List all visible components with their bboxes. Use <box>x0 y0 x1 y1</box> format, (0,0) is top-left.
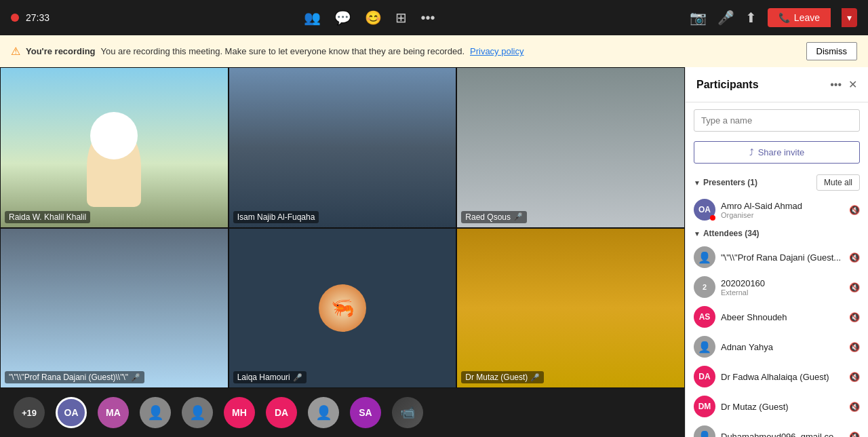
sidebar-close-button[interactable]: ✕ <box>848 78 857 91</box>
attendees-chevron: ▼ <box>694 230 701 238</box>
sidebar-more-button[interactable]: ••• <box>830 79 842 91</box>
participant-item-mutaz[interactable]: DM Dr Mutaz (Guest) 🔇 <box>686 392 868 421</box>
presenters-section-header: ▼ Presenters (1) Mute all <box>686 170 868 195</box>
adnan-mic-icon: 🔇 <box>849 342 860 352</box>
attendees-label: Attendees (34) <box>703 229 760 238</box>
role-2020: External <box>721 288 844 297</box>
raida-name: Raida W. Khalil Khalil <box>9 212 86 222</box>
laiqa-mic-icon: 🎤 <box>293 373 302 382</box>
bottom-avatar-plus[interactable]: +19 <box>14 397 45 428</box>
raed-name: Raed Qsous <box>465 212 511 222</box>
presenters-section-left: ▼ Presenters (1) <box>694 178 757 187</box>
fadwa-info: Dr Fadwa Alhalaiqa (Guest) <box>721 372 844 382</box>
video-cell-isam[interactable]: Isam Najib Al-Fuqaha <box>229 67 457 228</box>
privacy-link[interactable]: Privacy policy <box>470 46 524 56</box>
video-row-2: "\"\\"Prof Rana Dajani (Guest)\\"\" 🎤 🦐 … <box>0 228 685 389</box>
participant-list: ▼ Presenters (1) Mute all OA Amro Al-Sai… <box>686 170 868 437</box>
leave-chevron[interactable]: ▾ <box>842 8 857 27</box>
sidebar-header: Participants ••• ✕ <box>686 67 868 102</box>
sidebar-title: Participants <box>696 79 759 91</box>
presenters-label: Presenters (1) <box>703 178 757 187</box>
isam-name: Isam Najib Al-Fuqaha <box>237 212 315 222</box>
isam-video <box>229 68 456 227</box>
rana-name: "\"\\"Prof Rana Dajani (Guest... <box>721 252 844 263</box>
video-cell-mutaz[interactable]: Dr Mutaz (Guest) 🎤 <box>456 228 685 389</box>
more-icon[interactable]: ••• <box>420 10 435 26</box>
participant-item-duh[interactable]: 👤 Duhamahmoud096_gmail.co... 🔇 <box>686 421 868 437</box>
raed-name-tag: Raed Qsous 🎤 <box>461 211 527 223</box>
bottom-bar: +19 OA MA 👤 👤 MH DA 👤 SA 📹 <box>0 388 685 437</box>
amro-avatar: OA <box>694 199 715 221</box>
mute-all-button[interactable]: Mute all <box>816 174 860 191</box>
adnan-info: Adnan Yahya <box>721 342 844 352</box>
raida-video <box>1 68 228 227</box>
participant-item-fadwa[interactable]: DA Dr Fadwa Alhalaiqa (Guest) 🔇 <box>686 362 868 392</box>
share-invite-label: Share invite <box>758 147 805 157</box>
leave-button[interactable]: 📞 Leave <box>768 8 831 27</box>
raed-mic-icon: 🎤 <box>513 212 523 221</box>
laiqa-avatar: 🦐 <box>319 284 366 332</box>
bottom-avatar-photo3[interactable]: 👤 <box>308 397 339 428</box>
mutaz-sidebar-avatar: DM <box>694 396 715 417</box>
bottom-avatar-oa[interactable]: OA <box>56 397 87 428</box>
bottom-avatar-ma[interactable]: MA <box>98 397 129 428</box>
name-2020: 202020160 <box>721 278 844 288</box>
share-invite-button[interactable]: ⤴ Share invite <box>694 141 860 164</box>
mic-2020: 🔇 <box>849 282 860 292</box>
top-bar-center: 👥 💬 😊 ⊞ ••• <box>304 10 435 26</box>
bottom-avatar-sa[interactable]: SA <box>350 397 381 428</box>
duh-name: Duhamahmoud096_gmail.co... <box>721 432 844 438</box>
camera-icon[interactable]: 📷 <box>690 10 707 26</box>
mic-off-icon[interactable]: 🎤 <box>717 10 734 26</box>
amro-role: Organiser <box>721 211 844 219</box>
reactions-icon[interactable]: 😊 <box>365 10 382 26</box>
fadwa-name: Dr Fadwa Alhalaiqa (Guest) <box>721 372 844 382</box>
participant-item-2020[interactable]: 2 202020160 External 🔇 <box>686 272 868 302</box>
chat-icon[interactable]: 💬 <box>334 10 351 26</box>
recording-banner-left: ⚠ You're recording You are recording thi… <box>11 45 524 58</box>
fadwa-avatar: DA <box>694 366 715 387</box>
mutaz-mic-icon: 🎤 <box>530 373 540 382</box>
mutaz-sidebar-name: Dr Mutaz (Guest) <box>721 402 844 412</box>
video-row-1: Raida W. Khalil Khalil Isam Najib Al-Fuq… <box>0 67 685 228</box>
bottom-avatar-mh[interactable]: MH <box>224 397 255 428</box>
abeer-avatar: AS <box>694 306 715 328</box>
video-cell-prof[interactable]: "\"\\"Prof Rana Dajani (Guest)\\"\" 🎤 <box>0 228 229 389</box>
prof-name: "\"\\"Prof Rana Dajani (Guest)\\"\" <box>9 373 128 382</box>
top-bar-right: 📷 🎤 ⬆ 📞 Leave ▾ <box>690 8 857 27</box>
abeer-mic-icon: 🔇 <box>849 312 860 322</box>
bottom-avatar-video[interactable]: 📹 <box>392 397 423 428</box>
people-icon[interactable]: 👥 <box>304 10 321 26</box>
raida-name-tag: Raida W. Khalil Khalil <box>5 211 90 223</box>
share-screen-icon[interactable]: ⬆ <box>745 10 757 26</box>
main-content: Raida W. Khalil Khalil Isam Najib Al-Fuq… <box>0 67 868 437</box>
participant-item-amro[interactable]: OA Amro Al-Said Ahmad Organiser 🔇 <box>686 195 868 225</box>
dismiss-button[interactable]: Dismiss <box>806 42 858 60</box>
video-cell-laiqa[interactable]: 🦐 Laiqa Hamouri 🎤 <box>229 228 457 389</box>
participant-item-rana[interactable]: 👤 "\"\\"Prof Rana Dajani (Guest... 🔇 <box>686 242 868 272</box>
search-input[interactable] <box>694 109 860 132</box>
participant-item-abeer[interactable]: AS Abeer Shnoudeh 🔇 <box>686 302 868 332</box>
video-grid: Raida W. Khalil Khalil Isam Najib Al-Fuq… <box>0 67 685 437</box>
timer: 27:33 <box>26 12 50 23</box>
bottom-avatar-photo2[interactable]: 👤 <box>182 397 213 428</box>
participant-item-adnan[interactable]: 👤 Adnan Yahya 🔇 <box>686 332 868 362</box>
video-cell-raida[interactable]: Raida W. Khalil Khalil <box>0 67 229 228</box>
attendees-section-left: ▼ Attendees (34) <box>694 229 760 238</box>
record-dot <box>11 14 19 22</box>
warning-icon: ⚠ <box>11 45 20 58</box>
recording-text: You are recording this meeting. Make sur… <box>101 46 465 56</box>
video-cell-raed[interactable]: Raed Qsous 🎤 <box>456 67 685 228</box>
bottom-avatar-da[interactable]: DA <box>266 397 297 428</box>
bottom-avatar-photo1[interactable]: 👤 <box>140 397 171 428</box>
isam-name-tag: Isam Najib Al-Fuqaha <box>233 211 319 223</box>
duh-info: Duhamahmoud096_gmail.co... <box>721 432 844 438</box>
video-rows: Raida W. Khalil Khalil Isam Najib Al-Fuq… <box>0 67 685 388</box>
recording-banner: ⚠ You're recording You are recording thi… <box>0 35 868 67</box>
recording-bold: You're recording <box>26 46 96 56</box>
mutaz-video <box>457 229 684 388</box>
attendees-section-header: ▼ Attendees (34) <box>686 225 868 242</box>
share-view-icon[interactable]: ⊞ <box>395 10 407 26</box>
organizer-dot <box>710 215 715 221</box>
prof-name-tag: "\"\\"Prof Rana Dajani (Guest)\\"\" 🎤 <box>5 371 144 383</box>
